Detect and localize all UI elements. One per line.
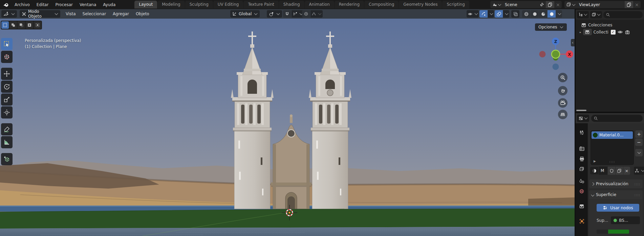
tab-output[interactable] xyxy=(576,154,588,164)
select-mode-subtract[interactable] xyxy=(18,21,25,29)
menu-procesar[interactable]: Procesar xyxy=(52,0,76,9)
select-mode-intersect[interactable] xyxy=(34,21,41,29)
workspace-tab-layout[interactable]: Layout xyxy=(134,1,157,8)
tab-object[interactable] xyxy=(576,216,588,226)
show-gizmo-toggle[interactable] xyxy=(479,10,488,18)
collection-row[interactable]: ▸ Collecti ✓ xyxy=(576,28,644,36)
workspace-tab-animation[interactable]: Animation xyxy=(305,1,334,8)
unlink-material-button[interactable]: × xyxy=(623,167,630,175)
camera-view-button[interactable] xyxy=(558,98,567,108)
node-tree-button[interactable] xyxy=(634,167,644,175)
panel-drag-grip[interactable]: :::: xyxy=(635,182,640,186)
outliner-search-input[interactable] xyxy=(603,11,643,18)
menu-ayuda[interactable]: Ayuda xyxy=(100,0,119,9)
select-mode-invert[interactable] xyxy=(26,21,33,29)
editor-type-button[interactable] xyxy=(1,10,17,18)
grass-plane[interactable] xyxy=(0,209,575,229)
tool-cursor[interactable] xyxy=(1,51,13,63)
add-material-slot-button[interactable]: + xyxy=(635,130,643,138)
panel-drag-grip[interactable]: :::: xyxy=(635,193,640,197)
workspace-tab-sculpting[interactable]: Sculpting xyxy=(185,1,213,8)
shading-rendered-button[interactable] xyxy=(548,10,556,18)
zoom-button[interactable] xyxy=(558,73,567,82)
scene-pin-button[interactable] xyxy=(538,1,546,8)
panel-preview-header[interactable]: Previsualización :::: xyxy=(589,179,643,188)
scene-browse-button[interactable] xyxy=(490,1,503,8)
properties-search-input[interactable] xyxy=(591,115,643,122)
color-row-left[interactable] xyxy=(597,230,608,234)
menu-vista[interactable]: Vista xyxy=(62,12,79,16)
use-nodes-button[interactable]: Usar nodos xyxy=(597,204,639,212)
transform-orientation-button[interactable]: Global xyxy=(230,10,260,18)
workspace-tab-texture-paint[interactable]: Texture Paint xyxy=(243,1,278,8)
outliner-scrollbar-horizontal[interactable] xyxy=(576,110,586,111)
outliner-filter-button[interactable] xyxy=(590,11,602,18)
material-specials-button[interactable] xyxy=(635,149,643,156)
menu-ventana[interactable]: Ventana xyxy=(76,0,100,9)
slot-expand-icon[interactable]: ▶ xyxy=(594,159,596,163)
tool-move[interactable] xyxy=(1,68,13,80)
expand-icon[interactable]: ▸ xyxy=(580,30,581,34)
scene-collection-row[interactable]: Colecciones xyxy=(576,21,644,28)
tool-transform[interactable] xyxy=(1,106,13,119)
render-visibility-camera-toggle[interactable] xyxy=(625,29,630,35)
viewlayer-remove-button[interactable]: × xyxy=(633,1,641,8)
menu-agregar[interactable]: Agregar xyxy=(109,12,132,16)
visibility-dropdown[interactable] xyxy=(467,10,479,18)
overlays-dropdown[interactable] xyxy=(503,10,509,18)
workspace-tab-shading[interactable]: Shading xyxy=(279,1,304,8)
tab-tool[interactable] xyxy=(576,127,588,137)
workspace-tab-compositing[interactable]: Compositing xyxy=(364,1,399,8)
shading-material-preview-button[interactable] xyxy=(539,10,547,18)
menu-seleccionar[interactable]: Seleccionar xyxy=(79,12,109,16)
navigation-gizmo[interactable]: Z X xyxy=(535,29,575,73)
shading-solid-button[interactable] xyxy=(531,10,539,18)
blender-logo-icon[interactable] xyxy=(0,0,11,9)
collection-checkbox[interactable]: ✓ xyxy=(611,30,616,35)
show-overlays-toggle[interactable] xyxy=(495,10,503,18)
mode-selector[interactable]: Modo Objeto xyxy=(20,10,60,18)
pivot-point-button[interactable] xyxy=(267,10,282,18)
new-material-button[interactable] xyxy=(616,167,623,175)
properties-editor-type-button[interactable] xyxy=(577,115,589,122)
material-name-field[interactable]: M xyxy=(599,167,607,175)
viewlayer-new-button[interactable] xyxy=(625,1,633,8)
scene-name-field[interactable]: Scene xyxy=(503,1,538,8)
outliner-display-mode-button[interactable] xyxy=(577,11,589,18)
tab-collection[interactable] xyxy=(576,201,588,211)
gizmo-dropdown[interactable] xyxy=(488,10,494,18)
material-slot-active[interactable]: Material.0... xyxy=(592,131,633,139)
scene-unlink-button[interactable]: × xyxy=(554,1,562,8)
workspace-tab-uv-editing[interactable]: UV Editing xyxy=(213,1,243,8)
browse-material-button[interactable] xyxy=(590,167,598,174)
hide-eye-toggle[interactable] xyxy=(617,29,623,35)
workspace-tab-geometry-nodes[interactable]: Geometry Nodes xyxy=(399,1,442,8)
tab-scene[interactable] xyxy=(576,176,588,186)
select-mode-extend[interactable] xyxy=(9,21,17,29)
resize-grip[interactable]: :::: xyxy=(609,160,615,164)
pan-button[interactable] xyxy=(558,86,567,95)
viewport-canvas[interactable] xyxy=(0,9,575,236)
viewlayer-browse-button[interactable] xyxy=(564,1,577,8)
shading-wireframe-button[interactable] xyxy=(522,10,530,18)
fake-user-button[interactable] xyxy=(608,167,615,175)
panel-surface-header[interactable]: Superficie :::: xyxy=(589,190,643,199)
tool-add-cube[interactable] xyxy=(1,153,13,165)
orthographic-toggle-button[interactable] xyxy=(558,110,567,119)
collection-icon-button[interactable] xyxy=(583,29,592,35)
proportional-editing-toggle[interactable] xyxy=(302,10,310,18)
remove-material-slot-button[interactable]: − xyxy=(635,138,643,146)
select-mode-new[interactable] xyxy=(1,21,9,29)
base-color-swatch[interactable] xyxy=(608,230,629,234)
workspace-tab-rendering[interactable]: Rendering xyxy=(335,1,364,8)
tool-measure[interactable] xyxy=(1,136,13,148)
workspace-tab-scripting[interactable]: Scripting xyxy=(442,1,469,8)
proportional-falloff-button[interactable] xyxy=(310,10,323,18)
tool-scale[interactable] xyxy=(1,93,13,106)
menu-archivo[interactable]: Archivo xyxy=(11,0,33,9)
tab-view-layer[interactable] xyxy=(576,164,588,174)
shading-dropdown[interactable] xyxy=(556,10,562,18)
tool-select-box[interactable] xyxy=(1,38,13,50)
tool-annotate[interactable] xyxy=(1,123,13,135)
workspace-tab-modeling[interactable]: Modeling xyxy=(157,1,185,8)
